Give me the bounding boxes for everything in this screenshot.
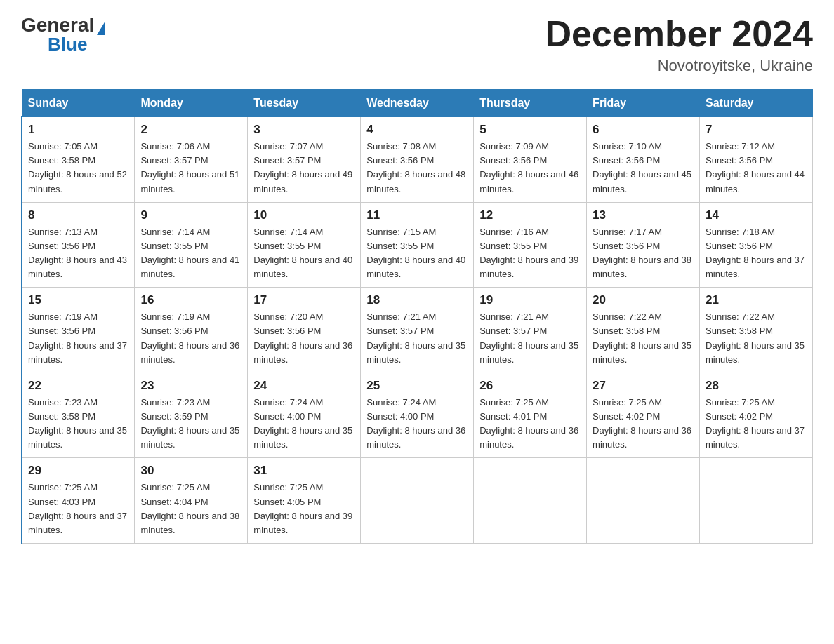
calendar-week-row: 8 Sunrise: 7:13 AMSunset: 3:56 PMDayligh… bbox=[22, 202, 813, 288]
calendar-cell: 17 Sunrise: 7:20 AMSunset: 3:56 PMDaylig… bbox=[248, 288, 361, 373]
day-info: Sunrise: 7:25 AMSunset: 4:05 PMDaylight:… bbox=[253, 482, 352, 535]
day-number: 29 bbox=[28, 464, 128, 478]
day-info: Sunrise: 7:14 AMSunset: 3:55 PMDaylight:… bbox=[253, 227, 352, 279]
day-info: Sunrise: 7:25 AMSunset: 4:02 PMDaylight:… bbox=[706, 397, 805, 450]
calendar-week-row: 22 Sunrise: 7:23 AMSunset: 3:58 PMDaylig… bbox=[22, 373, 813, 458]
day-number: 27 bbox=[593, 379, 694, 393]
header-wednesday: Wednesday bbox=[361, 90, 474, 117]
day-number: 20 bbox=[593, 293, 694, 307]
header-monday: Monday bbox=[135, 90, 248, 117]
calendar-cell: 26 Sunrise: 7:25 AMSunset: 4:01 PMDaylig… bbox=[474, 373, 587, 458]
calendar-cell: 27 Sunrise: 7:25 AMSunset: 4:02 PMDaylig… bbox=[587, 373, 700, 458]
day-info: Sunrise: 7:05 AMSunset: 3:58 PMDaylight:… bbox=[28, 141, 127, 194]
calendar-week-row: 1 Sunrise: 7:05 AMSunset: 3:58 PMDayligh… bbox=[22, 117, 813, 203]
day-info: Sunrise: 7:07 AMSunset: 3:57 PMDaylight:… bbox=[253, 141, 352, 194]
calendar-cell: 29 Sunrise: 7:25 AMSunset: 4:03 PMDaylig… bbox=[22, 458, 135, 544]
calendar-cell: 10 Sunrise: 7:14 AMSunset: 3:55 PMDaylig… bbox=[248, 202, 361, 288]
calendar-cell bbox=[700, 458, 813, 544]
day-number: 25 bbox=[366, 379, 468, 393]
day-number: 4 bbox=[366, 123, 468, 137]
day-number: 13 bbox=[593, 208, 694, 222]
calendar-cell: 25 Sunrise: 7:24 AMSunset: 4:00 PMDaylig… bbox=[361, 373, 474, 458]
day-number: 22 bbox=[28, 379, 128, 393]
day-number: 14 bbox=[706, 208, 807, 222]
day-number: 10 bbox=[253, 208, 355, 222]
day-info: Sunrise: 7:13 AMSunset: 3:56 PMDaylight:… bbox=[28, 227, 127, 279]
day-info: Sunrise: 7:18 AMSunset: 3:56 PMDaylight:… bbox=[706, 227, 805, 279]
calendar-cell bbox=[587, 458, 700, 544]
day-info: Sunrise: 7:19 AMSunset: 3:56 PMDaylight:… bbox=[140, 311, 239, 364]
day-info: Sunrise: 7:08 AMSunset: 3:56 PMDaylight:… bbox=[366, 141, 465, 194]
header-tuesday: Tuesday bbox=[248, 90, 361, 117]
day-info: Sunrise: 7:25 AMSunset: 4:04 PMDaylight:… bbox=[140, 482, 239, 535]
calendar-cell: 13 Sunrise: 7:17 AMSunset: 3:56 PMDaylig… bbox=[587, 202, 700, 288]
calendar-cell: 24 Sunrise: 7:24 AMSunset: 4:00 PMDaylig… bbox=[248, 373, 361, 458]
day-info: Sunrise: 7:25 AMSunset: 4:02 PMDaylight:… bbox=[593, 397, 691, 450]
calendar-cell: 14 Sunrise: 7:18 AMSunset: 3:56 PMDaylig… bbox=[700, 202, 813, 288]
day-info: Sunrise: 7:22 AMSunset: 3:58 PMDaylight:… bbox=[593, 311, 691, 364]
calendar-header-row: SundayMondayTuesdayWednesdayThursdayFrid… bbox=[22, 90, 813, 117]
day-number: 15 bbox=[28, 293, 128, 307]
day-info: Sunrise: 7:17 AMSunset: 3:56 PMDaylight:… bbox=[593, 227, 691, 279]
day-info: Sunrise: 7:19 AMSunset: 3:56 PMDaylight:… bbox=[28, 311, 127, 364]
day-info: Sunrise: 7:25 AMSunset: 4:01 PMDaylight:… bbox=[479, 397, 578, 450]
calendar-cell: 16 Sunrise: 7:19 AMSunset: 3:56 PMDaylig… bbox=[135, 288, 248, 373]
day-info: Sunrise: 7:16 AMSunset: 3:55 PMDaylight:… bbox=[479, 227, 578, 279]
logo-triangle bbox=[97, 21, 105, 35]
day-info: Sunrise: 7:20 AMSunset: 3:56 PMDaylight:… bbox=[253, 311, 352, 364]
calendar-cell: 1 Sunrise: 7:05 AMSunset: 3:58 PMDayligh… bbox=[22, 117, 135, 203]
calendar-cell: 7 Sunrise: 7:12 AMSunset: 3:56 PMDayligh… bbox=[700, 117, 813, 203]
day-number: 8 bbox=[28, 208, 128, 222]
header-friday: Friday bbox=[587, 90, 700, 117]
day-number: 26 bbox=[479, 379, 581, 393]
day-number: 23 bbox=[140, 379, 241, 393]
calendar-cell: 21 Sunrise: 7:22 AMSunset: 3:58 PMDaylig… bbox=[700, 288, 813, 373]
day-info: Sunrise: 7:12 AMSunset: 3:56 PMDaylight:… bbox=[706, 141, 805, 194]
day-number: 11 bbox=[366, 208, 468, 222]
day-info: Sunrise: 7:15 AMSunset: 3:55 PMDaylight:… bbox=[366, 227, 465, 279]
day-number: 5 bbox=[479, 123, 581, 137]
calendar-cell: 15 Sunrise: 7:19 AMSunset: 3:56 PMDaylig… bbox=[22, 288, 135, 373]
day-number: 12 bbox=[479, 208, 581, 222]
calendar-cell: 30 Sunrise: 7:25 AMSunset: 4:04 PMDaylig… bbox=[135, 458, 248, 544]
calendar-cell: 23 Sunrise: 7:23 AMSunset: 3:59 PMDaylig… bbox=[135, 373, 248, 458]
day-info: Sunrise: 7:10 AMSunset: 3:56 PMDaylight:… bbox=[593, 141, 691, 194]
calendar-cell: 3 Sunrise: 7:07 AMSunset: 3:57 PMDayligh… bbox=[248, 117, 361, 203]
day-number: 24 bbox=[253, 379, 355, 393]
day-number: 30 bbox=[140, 464, 241, 478]
day-number: 28 bbox=[706, 379, 807, 393]
day-number: 9 bbox=[140, 208, 241, 222]
calendar-cell bbox=[361, 458, 474, 544]
day-number: 2 bbox=[140, 123, 241, 137]
month-title: December 2024 bbox=[545, 14, 813, 54]
calendar-cell: 18 Sunrise: 7:21 AMSunset: 3:57 PMDaylig… bbox=[361, 288, 474, 373]
day-info: Sunrise: 7:21 AMSunset: 3:57 PMDaylight:… bbox=[366, 311, 465, 364]
day-number: 16 bbox=[140, 293, 241, 307]
calendar-cell: 11 Sunrise: 7:15 AMSunset: 3:55 PMDaylig… bbox=[361, 202, 474, 288]
calendar-cell: 8 Sunrise: 7:13 AMSunset: 3:56 PMDayligh… bbox=[22, 202, 135, 288]
logo-blue-text: Blue bbox=[48, 34, 87, 55]
calendar-cell: 6 Sunrise: 7:10 AMSunset: 3:56 PMDayligh… bbox=[587, 117, 700, 203]
day-number: 6 bbox=[593, 123, 694, 137]
day-info: Sunrise: 7:25 AMSunset: 4:03 PMDaylight:… bbox=[28, 482, 127, 535]
calendar-cell: 9 Sunrise: 7:14 AMSunset: 3:55 PMDayligh… bbox=[135, 202, 248, 288]
calendar-cell: 22 Sunrise: 7:23 AMSunset: 3:58 PMDaylig… bbox=[22, 373, 135, 458]
title-section: December 2024 Novotroyitske, Ukraine bbox=[545, 14, 813, 75]
logo: General Blue bbox=[21, 14, 105, 55]
day-info: Sunrise: 7:14 AMSunset: 3:55 PMDaylight:… bbox=[140, 227, 239, 279]
day-number: 1 bbox=[28, 123, 128, 137]
day-number: 17 bbox=[253, 293, 355, 307]
day-info: Sunrise: 7:22 AMSunset: 3:58 PMDaylight:… bbox=[706, 311, 805, 364]
day-info: Sunrise: 7:24 AMSunset: 4:00 PMDaylight:… bbox=[253, 397, 352, 450]
calendar-cell: 12 Sunrise: 7:16 AMSunset: 3:55 PMDaylig… bbox=[474, 202, 587, 288]
calendar-table: SundayMondayTuesdayWednesdayThursdayFrid… bbox=[21, 89, 813, 544]
day-info: Sunrise: 7:06 AMSunset: 3:57 PMDaylight:… bbox=[140, 141, 239, 194]
header-saturday: Saturday bbox=[700, 90, 813, 117]
calendar-cell bbox=[474, 458, 587, 544]
calendar-week-row: 29 Sunrise: 7:25 AMSunset: 4:03 PMDaylig… bbox=[22, 458, 813, 544]
calendar-week-row: 15 Sunrise: 7:19 AMSunset: 3:56 PMDaylig… bbox=[22, 288, 813, 373]
header-thursday: Thursday bbox=[474, 90, 587, 117]
calendar-cell: 28 Sunrise: 7:25 AMSunset: 4:02 PMDaylig… bbox=[700, 373, 813, 458]
day-number: 18 bbox=[366, 293, 468, 307]
calendar-cell: 31 Sunrise: 7:25 AMSunset: 4:05 PMDaylig… bbox=[248, 458, 361, 544]
